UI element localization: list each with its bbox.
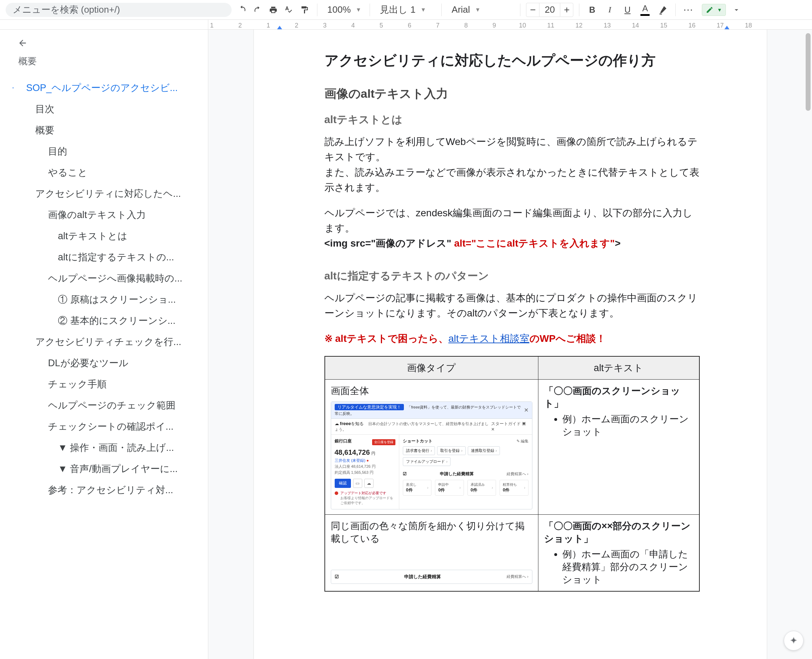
outline-item[interactable]: ヘルプページのチェック範囲	[13, 395, 201, 416]
text: 読み上げソフトを利用してWebページを閲覧時に、画像の箇所で読み上げられるテキス…	[324, 136, 698, 162]
chevron-down-icon: ▼	[475, 7, 480, 13]
outline-item[interactable]: ヘルプページへ画像掲載時の...	[13, 268, 201, 289]
cell-label: 同じ画面の色々な箇所を細かく切り分けて掲載している	[331, 521, 524, 544]
style-value: 見出し 1	[380, 3, 415, 16]
cell-head: 「〇〇画面のスクリーンショット」	[544, 385, 694, 410]
underline-icon: U	[624, 5, 630, 15]
mock-alert-dot-icon: ●	[367, 458, 369, 462]
code-text: >	[615, 238, 620, 249]
outline-item[interactable]: アクセシビリティチェックを行...	[13, 331, 201, 352]
code-text: <img src="画像のアドレス"	[324, 238, 454, 249]
cell-head: 「〇〇画面の××部分のスクリーンショット」	[544, 520, 694, 545]
ruler-num: 13	[593, 22, 621, 29]
italic-button[interactable]: I	[603, 3, 617, 17]
print-icon	[269, 6, 278, 14]
alt-consult-link[interactable]: altテキスト相談室	[449, 333, 529, 344]
paragraph-style-select[interactable]: 見出し 1 ▼	[376, 3, 436, 17]
arrow-left-icon	[17, 38, 28, 48]
decrease-font-size-button[interactable]: −	[526, 3, 539, 17]
outline-item[interactable]: ① 原稿はスクリーンショ...	[13, 289, 201, 310]
underline-button[interactable]: U	[620, 3, 634, 17]
outline-item[interactable]: ② 基本的にスクリーンシ...	[13, 310, 201, 331]
ruler-num: 16	[678, 22, 706, 29]
outline-item[interactable]: アクセシビリティに対応したヘ...	[13, 183, 201, 204]
mock-logo-suffix: を知る	[351, 421, 363, 426]
outline-item[interactable]: チェックシートの確認ポイ...	[13, 416, 201, 437]
bold-button[interactable]: B	[585, 3, 599, 17]
ruler-num: 9	[480, 22, 509, 29]
font-size-value[interactable]: 20	[539, 3, 560, 17]
table-cell-image-type: 画面全体 リアルタイムな意思決定を実現！ 「freee資料」を使って、最新の財務…	[325, 379, 539, 514]
chevron-right-icon: ›	[496, 449, 497, 452]
paint-format-button[interactable]	[297, 3, 311, 17]
editing-mode-dropdown[interactable]: ▼	[702, 4, 726, 16]
mock-stat-v: 0件	[503, 487, 517, 493]
chevron-right-icon: ›	[492, 486, 493, 490]
font-family-select[interactable]: Arial ▼	[447, 3, 514, 17]
table-cell-alt-text: 「〇〇画面のスクリーンショット」 例）ホーム画面のスクリーンショット	[538, 379, 699, 514]
mock-sub2b-val: 1,565,563 円	[351, 470, 373, 475]
toolbar: メニューを検索 (option+/) 100% ▼ 見出し 1 ▼ Arial …	[0, 0, 812, 20]
font-value: Arial	[452, 4, 470, 15]
document-scroll-area[interactable]: アクセシビリティに対応したヘルプページの作り方 画像のaltテキスト入力 alt…	[208, 30, 812, 659]
outline-item[interactable]: 概要	[13, 120, 201, 141]
document-page[interactable]: アクセシビリティに対応したヘルプページの作り方 画像のaltテキスト入力 alt…	[253, 30, 767, 659]
cell-label: 画面全体	[331, 386, 369, 396]
letter-A: A	[642, 3, 648, 13]
vertical-scrollbar[interactable]	[806, 33, 810, 111]
highlighter-icon	[658, 5, 667, 14]
horizontal-ruler[interactable]: 1 2 1 2 3 4 5 6 7 8 9 10 11 12 13 14 15 …	[208, 20, 812, 29]
outline-item[interactable]: チェック手順	[13, 374, 201, 395]
chevron-right-icon: ›	[446, 460, 447, 464]
right-indent-marker[interactable]	[724, 26, 729, 29]
collapse-toolbar-button[interactable]	[729, 3, 744, 17]
highlight-color-button[interactable]	[656, 3, 670, 17]
outline-item[interactable]: 目的	[13, 141, 201, 162]
paragraph: ヘルプページの記事に掲載する画像は、基本的にプロダクトの操作中画面のスクリーンシ…	[324, 290, 700, 321]
mock-chip: 取引を登録	[440, 448, 460, 453]
outline-item[interactable]: 画像のaltテキスト入力	[13, 204, 201, 225]
ruler-num: 2	[226, 22, 254, 29]
mock-chip: ファイルアップロード	[406, 459, 445, 464]
print-button[interactable]	[266, 3, 280, 17]
outline-back-button[interactable]	[16, 36, 30, 50]
paragraph-warning: ※ altテキストで困ったら、altテキスト相談室のWPへご相談！	[324, 331, 700, 346]
left-indent-marker[interactable]	[277, 26, 282, 29]
undo-button[interactable]	[235, 3, 249, 17]
undo-icon	[238, 6, 246, 14]
zoom-select[interactable]: 100% ▼	[323, 3, 364, 17]
mock-yen: 円	[371, 451, 375, 456]
outline-item[interactable]: やること	[13, 162, 201, 183]
mock-badge: リアルタイムな意思決定を実現！	[335, 404, 404, 410]
more-toolbar-button[interactable]: ⋯	[681, 3, 695, 17]
text-color-button[interactable]: A	[638, 3, 652, 17]
mock-confirm-btn: 確認	[335, 479, 351, 488]
increase-font-size-button[interactable]: +	[560, 3, 573, 17]
outline-item-active[interactable]: SOP_ヘルプページのアクセシビ...	[13, 77, 201, 98]
screenshot-image-partial: ☑ 申請した経費精算経費精算へ ›	[331, 570, 532, 584]
screenshot-image-full: リアルタイムな意思決定を実現！ 「freee資料」を使って、最新の財務データをス…	[331, 402, 532, 509]
ruler-num: 2	[283, 22, 311, 29]
text-color-icon: A	[640, 3, 649, 16]
ruler-num: 3	[311, 22, 339, 29]
redo-button[interactable]	[251, 3, 265, 17]
mock-sec2-title: 申請した経費精算	[440, 471, 474, 477]
menu-search-input[interactable]: メニューを検索 (option+/)	[6, 3, 232, 17]
outline-item[interactable]: 目次	[13, 98, 201, 120]
ruler-num: 12	[565, 22, 593, 29]
outline-item[interactable]: ▼ 音声/動画プレイヤーに...	[13, 458, 201, 479]
ruler-num: 14	[621, 22, 649, 29]
outline-item[interactable]: 参考：アクセシビリティ対...	[13, 479, 201, 501]
table-row: 同じ画面の色々な箇所を細かく切り分けて掲載している ☑ 申請した経費精算経費精算…	[325, 514, 699, 591]
ruler-num: 7	[423, 22, 452, 29]
ruler-num: 17	[706, 22, 734, 29]
more-dots-icon: ⋯	[683, 4, 694, 16]
mock-sec2-title: 申請した経費精算	[404, 574, 441, 580]
paragraph: 読み上げソフトを利用してWebページを閲覧時に、画像の箇所で読み上げられるテキス…	[324, 134, 700, 195]
outline-item[interactable]: altに指定するテキストの...	[13, 247, 201, 268]
spellcheck-button[interactable]	[282, 3, 296, 17]
outline-item[interactable]: ▼ 操作・画面・読み上げ...	[13, 437, 201, 458]
outline-item[interactable]: altテキストとは	[13, 225, 201, 247]
outline-item[interactable]: DLが必要なツール	[13, 352, 201, 374]
explore-button[interactable]	[784, 631, 804, 651]
